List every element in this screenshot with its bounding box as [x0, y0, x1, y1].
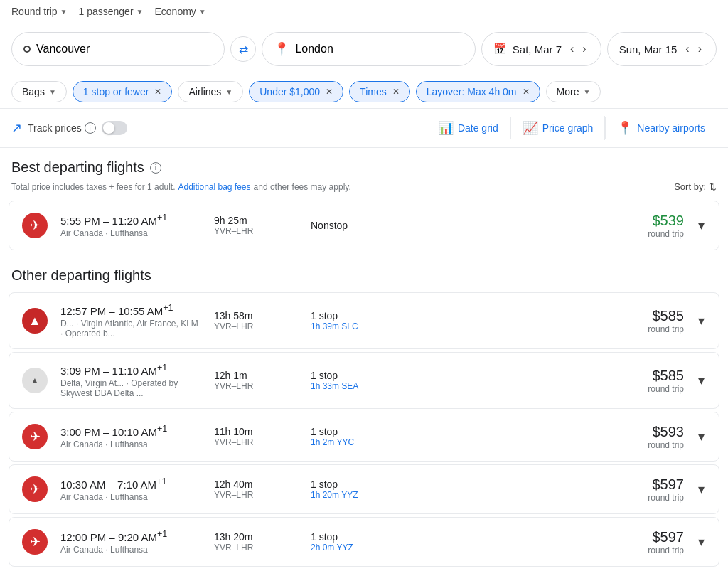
- times-filter[interactable]: Times ✕: [349, 81, 410, 102]
- expand-button[interactable]: ▾: [695, 370, 707, 391]
- price-filter-remove[interactable]: ✕: [326, 87, 333, 97]
- nearby-airports-label: Nearby airports: [637, 122, 705, 134]
- airline-logo-ac: ✈: [22, 424, 48, 449]
- price-sub: round trip: [429, 229, 684, 239]
- price-sub: round trip: [429, 440, 684, 450]
- calendar-icon: 📅: [493, 43, 507, 55]
- price-graph-icon: 📈: [523, 120, 538, 136]
- search-row: ⇄ 📍 📅 Sat, Mar 7 ‹ › Sun, Mar 15 ‹ ›: [0, 23, 728, 75]
- price-value: $597: [429, 529, 684, 545]
- return-next-button[interactable]: ›: [695, 41, 705, 57]
- return-date-nav: ‹ ›: [682, 41, 705, 57]
- duration-route: YVR–LHR: [214, 437, 299, 447]
- best-flights-subtitle: Total price includes taxes + fees for 1 …: [0, 178, 728, 198]
- flight-stops: Nonstop: [311, 220, 417, 231]
- passengers-chevron: ▼: [136, 8, 144, 16]
- expand-button[interactable]: ▾: [695, 310, 707, 331]
- flight-carrier: Air Canada · Lufthansa: [60, 228, 203, 238]
- times-filter-label: Times: [360, 86, 387, 97]
- stops-filter-remove[interactable]: ✕: [154, 87, 161, 97]
- flight-price: $585 round trip: [429, 368, 684, 394]
- flight-carrier: Delta, Virgin At... · Operated by Skywes…: [60, 378, 203, 398]
- stops-detail: 1h 39m SLC: [311, 321, 417, 331]
- flight-card[interactable]: ✈ 10:30 AM – 7:10 AM+1 Air Canada · Luft…: [9, 464, 719, 514]
- flight-stops: 1 stop 1h 20m YYZ: [311, 479, 417, 500]
- flight-card[interactable]: ✈ 5:55 PM – 11:20 AM+1 Air Canada · Luft…: [9, 201, 719, 250]
- duration-value: 12h 1m: [214, 370, 299, 381]
- bags-filter-label: Bags: [22, 86, 45, 97]
- price-filter[interactable]: Under $1,000 ✕: [249, 81, 343, 102]
- price-graph-button[interactable]: 📈 Price graph: [511, 116, 606, 140]
- other-flights-list: ▲ 12:57 PM – 10:55 AM+1 D... · Virgin At…: [0, 292, 728, 567]
- bag-fees-link[interactable]: Additional bag fees: [178, 182, 250, 192]
- flight-time-range: 3:09 PM – 11:10 AM+1: [60, 363, 203, 377]
- stops-detail: 1h 2m YYC: [311, 437, 417, 447]
- duration-route: YVR–LHR: [214, 321, 299, 331]
- price-sub: round trip: [429, 324, 684, 334]
- nearby-airports-button[interactable]: 📍 Nearby airports: [606, 116, 717, 140]
- expand-button[interactable]: ▾: [695, 531, 707, 553]
- track-prices-info[interactable]: i: [85, 122, 96, 134]
- bags-filter[interactable]: Bags ▼: [11, 81, 67, 102]
- nearby-airports-icon: 📍: [617, 120, 633, 136]
- class-selector[interactable]: Economy ▼: [154, 6, 205, 17]
- flight-times: 3:09 PM – 11:10 AM+1 Delta, Virgin At...…: [60, 363, 203, 398]
- date-grid-button[interactable]: 📊 Date grid: [427, 116, 510, 140]
- top-bar: Round trip ▼ 1 passenger ▼ Economy ▼: [0, 0, 728, 23]
- flight-time-range: 5:55 PM – 11:20 AM+1: [60, 213, 203, 227]
- flight-price: $539 round trip: [429, 213, 684, 239]
- flight-card[interactable]: ▲ 3:09 PM – 11:10 AM+1 Delta, Virgin At.…: [9, 352, 719, 409]
- other-flights-title: Other departing flights: [0, 262, 728, 289]
- more-filter[interactable]: More ▼: [546, 81, 601, 102]
- best-flights-title: Best departing flights i: [11, 159, 717, 176]
- flight-card[interactable]: ✈ 12:00 PM – 9:20 AM+1 Air Canada · Luft…: [9, 517, 719, 567]
- airline-logo-ac: ✈: [22, 213, 48, 238]
- stops-filter-label: 1 stop or fewer: [83, 86, 149, 97]
- swap-button[interactable]: ⇄: [230, 36, 256, 62]
- flight-card[interactable]: ✈ 3:00 PM – 10:10 AM+1 Air Canada · Luft…: [9, 412, 719, 462]
- depart-date-field[interactable]: 📅 Sat, Mar 7 ‹ ›: [481, 32, 601, 66]
- price-sub: round trip: [429, 493, 684, 503]
- return-prev-button[interactable]: ‹: [682, 41, 692, 57]
- price-value: $597: [429, 476, 684, 493]
- depart-next-button[interactable]: ›: [579, 41, 589, 57]
- return-date-field[interactable]: Sun, Mar 15 ‹ ›: [607, 32, 717, 66]
- stops-value: 1 stop: [311, 310, 417, 321]
- flight-duration: 13h 20m YVR–LHR: [214, 531, 299, 553]
- duration-value: 11h 10m: [214, 426, 299, 437]
- depart-prev-button[interactable]: ‹: [567, 41, 577, 57]
- times-filter-remove[interactable]: ✕: [392, 87, 400, 97]
- stops-detail: 1h 33m SEA: [311, 381, 417, 391]
- origin-field[interactable]: [11, 32, 225, 66]
- best-flights-section: Best departing flights i: [0, 148, 728, 178]
- sort-label[interactable]: Sort by: ⇅: [674, 181, 717, 192]
- airlines-filter[interactable]: Airlines ▼: [178, 81, 243, 102]
- trip-type-selector[interactable]: Round trip ▼: [11, 6, 68, 17]
- layover-filter-remove[interactable]: ✕: [523, 87, 530, 97]
- destination-input[interactable]: [295, 43, 463, 55]
- passengers-selector[interactable]: 1 passenger ▼: [79, 6, 144, 17]
- stops-value: 1 stop: [311, 531, 417, 543]
- expand-button[interactable]: ▾: [695, 215, 707, 236]
- flight-stops: 1 stop 1h 39m SLC: [311, 310, 417, 331]
- duration-value: 13h 20m: [214, 531, 299, 543]
- flight-stops: 1 stop 1h 2m YYC: [311, 426, 417, 447]
- flight-carrier: Air Canada · Lufthansa: [60, 492, 203, 502]
- origin-input[interactable]: [36, 43, 213, 55]
- duration-value: 12h 40m: [214, 479, 299, 490]
- track-prices-left: ↗ Track prices i: [11, 120, 127, 136]
- expand-button[interactable]: ▾: [695, 479, 707, 500]
- passengers-label: 1 passenger: [79, 6, 134, 17]
- destination-field[interactable]: 📍: [262, 32, 475, 66]
- trip-type-chevron: ▼: [60, 8, 68, 16]
- expand-button[interactable]: ▾: [695, 426, 707, 447]
- flight-duration: 11h 10m YVR–LHR: [214, 426, 299, 447]
- destination-icon: 📍: [274, 41, 289, 57]
- stops-value: 1 stop: [311, 426, 417, 437]
- best-flights-info[interactable]: i: [150, 162, 161, 174]
- track-prices-toggle[interactable]: [102, 121, 127, 135]
- stops-filter[interactable]: 1 stop or fewer ✕: [73, 81, 173, 102]
- airline-logo: ▲: [21, 306, 49, 335]
- layover-filter[interactable]: Layover: Max 4h 0m ✕: [416, 81, 540, 102]
- flight-card[interactable]: ▲ 12:57 PM – 10:55 AM+1 D... · Virgin At…: [9, 292, 719, 349]
